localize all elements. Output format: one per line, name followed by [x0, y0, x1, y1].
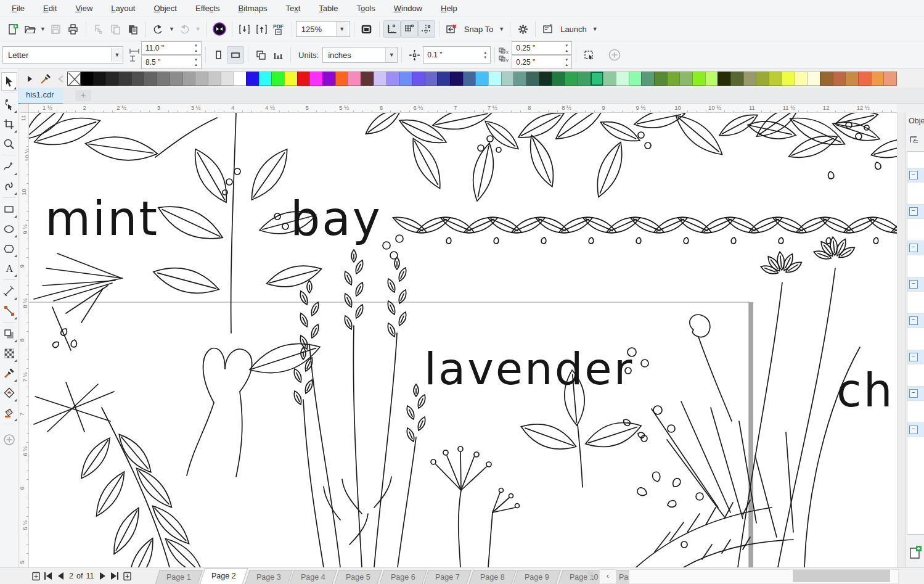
menu-edit[interactable]: Edit	[34, 0, 66, 17]
color-swatch[interactable]	[450, 72, 464, 86]
color-swatch[interactable]	[743, 72, 757, 86]
fullscreen-preview-button[interactable]	[358, 20, 375, 38]
options-gear-icon[interactable]	[514, 20, 531, 38]
palette-flyout-icon[interactable]	[27, 75, 33, 83]
color-swatch[interactable]	[833, 72, 846, 86]
nudge-distance-value[interactable]: 0.1 "	[423, 51, 480, 59]
object-row[interactable]: −	[907, 241, 924, 255]
scroll-tabs-left-button[interactable]: ‹	[599, 569, 616, 584]
color-swatch[interactable]	[488, 72, 502, 86]
page-width-spinner[interactable]: ▾▴	[191, 43, 201, 53]
duplicate-y-field[interactable]: 0.25 " ▾▴	[512, 56, 572, 69]
rectangle-tool[interactable]	[1, 200, 17, 218]
color-swatch[interactable]	[475, 72, 489, 86]
page-tab-page-9[interactable]: Page 9	[513, 570, 560, 584]
color-swatch[interactable]	[871, 72, 885, 86]
page-tab-page-5[interactable]: Page 5	[334, 570, 382, 584]
color-swatch[interactable]	[246, 72, 260, 86]
color-swatch[interactable]	[820, 72, 833, 86]
units-value[interactable]: inches	[323, 51, 385, 60]
color-swatch[interactable]	[386, 72, 400, 86]
zoom-level-value[interactable]: 125%	[296, 25, 336, 34]
collapse-icon[interactable]: −	[909, 207, 918, 216]
document-tab[interactable]: his1.cdr	[17, 88, 63, 104]
color-swatch[interactable]	[399, 72, 412, 86]
launch-caret[interactable]: ▼	[591, 26, 600, 32]
last-page-button[interactable]	[108, 570, 121, 582]
object-row[interactable]: −	[907, 204, 924, 219]
color-swatch[interactable]	[641, 72, 655, 86]
color-swatch[interactable]	[309, 72, 323, 86]
open-dropdown-caret[interactable]: ▼	[38, 26, 47, 32]
menu-file[interactable]: File	[2, 0, 34, 17]
page-width-field[interactable]: 11.0 " ▾▴	[141, 41, 202, 55]
docker-edge-strip[interactable]	[897, 113, 905, 567]
save-button[interactable]	[47, 20, 65, 38]
connector-tool[interactable]	[1, 302, 17, 320]
redo-button[interactable]	[176, 20, 194, 38]
color-swatch[interactable]	[667, 72, 681, 86]
color-swatch[interactable]	[195, 72, 208, 86]
color-swatch[interactable]	[118, 72, 132, 86]
duplicate-y-spinner[interactable]: ▾▴	[562, 57, 571, 67]
units-caret[interactable]: ▼	[385, 48, 397, 62]
menu-help[interactable]: Help	[431, 0, 467, 17]
color-swatch[interactable]	[233, 72, 247, 86]
palette-scroll-left-icon[interactable]	[58, 75, 64, 83]
color-swatch[interactable]	[539, 72, 553, 86]
object-row[interactable]: −	[907, 386, 924, 401]
dimension-tool[interactable]	[1, 282, 17, 300]
color-swatch[interactable]	[182, 72, 196, 86]
show-rulers-toggle[interactable]	[383, 20, 401, 38]
color-swatch[interactable]	[782, 72, 795, 86]
color-swatch[interactable]	[425, 72, 438, 86]
page-size-caret[interactable]: ▼	[111, 48, 123, 62]
color-swatch[interactable]	[616, 72, 629, 86]
color-swatch[interactable]	[705, 72, 719, 86]
new-document-tab-button[interactable]: +	[75, 90, 91, 101]
color-swatch[interactable]	[501, 72, 515, 86]
color-swatch[interactable]	[105, 72, 119, 86]
color-swatch[interactable]	[157, 72, 170, 86]
color-swatch[interactable]	[284, 72, 298, 86]
color-swatch[interactable]	[348, 72, 361, 86]
color-swatch[interactable]	[271, 72, 285, 86]
color-swatch[interactable]	[412, 72, 425, 86]
show-guidelines-toggle[interactable]	[418, 20, 435, 38]
color-swatch[interactable]	[795, 72, 808, 86]
welcome-screen-icon[interactable]	[211, 20, 228, 38]
menu-window[interactable]: Window	[385, 0, 431, 17]
new-layer-icon[interactable]	[908, 545, 923, 561]
color-swatch[interactable]	[769, 72, 782, 86]
color-swatch[interactable]	[565, 72, 578, 86]
collapse-icon[interactable]: −	[909, 280, 918, 289]
first-page-button[interactable]	[42, 570, 54, 582]
smart-fill-tool[interactable]	[1, 403, 17, 422]
redo-dropdown-caret[interactable]: ▼	[194, 26, 203, 32]
collapse-icon[interactable]: −	[909, 426, 918, 434]
color-swatch[interactable]	[322, 72, 336, 86]
docker-options-icon[interactable]	[908, 134, 920, 146]
color-swatch[interactable]	[170, 72, 183, 86]
duplicate-y-value[interactable]: 0.25 "	[512, 58, 562, 67]
cut-button[interactable]	[90, 20, 107, 38]
shape-tool[interactable]	[1, 95, 17, 113]
previous-page-button[interactable]	[54, 570, 67, 582]
color-swatch[interactable]	[692, 72, 706, 86]
crop-tool[interactable]	[1, 115, 17, 133]
color-swatch[interactable]	[552, 72, 565, 86]
text-tool[interactable]: A	[1, 259, 17, 278]
page-tab-page-8[interactable]: Page 8	[468, 570, 516, 584]
nudge-spinner[interactable]: ▴▾	[480, 50, 490, 60]
nudge-distance-field[interactable]: 0.1 " ▴▾	[423, 46, 491, 64]
pick-tool[interactable]	[1, 72, 17, 91]
snap-to-label[interactable]: Snap To	[460, 25, 497, 34]
page-height-value[interactable]: 8.5 "	[142, 58, 191, 67]
collapse-icon[interactable]: −	[909, 389, 918, 398]
page-tab-page-1[interactable]: Page 1	[155, 570, 202, 584]
snap-to-caret[interactable]: ▼	[497, 26, 506, 32]
color-swatch[interactable]	[144, 72, 157, 86]
paste-button[interactable]	[125, 20, 142, 38]
color-swatch[interactable]	[131, 72, 145, 86]
color-swatch[interactable]	[335, 72, 349, 86]
